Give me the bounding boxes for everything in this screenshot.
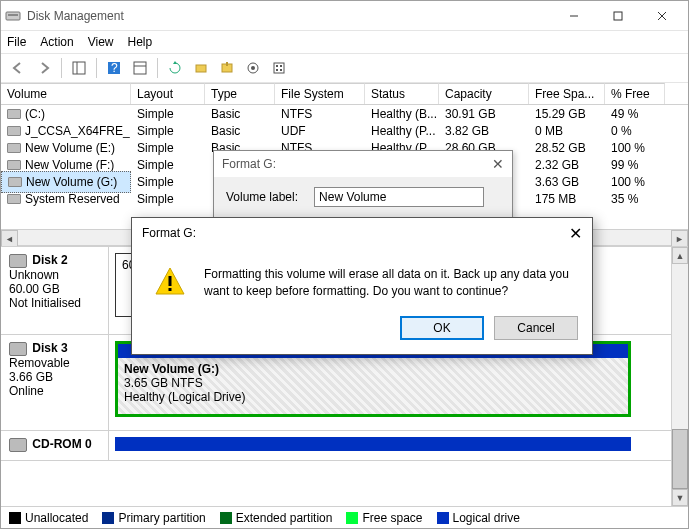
volume-row[interactable]: (C:) Simple Basic NTFS Healthy (B... 30.… [1,105,688,122]
col-filesystem[interactable]: File System [275,83,365,104]
disk-row[interactable]: CD-ROM 0 [1,431,688,461]
format-dialog: Format G: ✕ Volume label: [213,150,513,218]
menu-help[interactable]: Help [128,35,153,49]
back-button[interactable] [7,57,29,79]
svg-rect-21 [169,276,172,286]
cancel-button[interactable]: Cancel [494,316,578,340]
menu-action[interactable]: Action [40,35,73,49]
disk-name: CD-ROM 0 [32,437,91,451]
confirm-dialog: Format G: ✕ Formatting this volume will … [131,217,593,355]
legend-extended: Extended partition [220,511,333,525]
disk-canvas [109,431,688,460]
detach-vhd-button[interactable] [242,57,264,79]
swatch-icon [346,512,358,524]
disk-type: Unknown [9,268,59,282]
scroll-up-icon[interactable]: ▲ [672,247,688,264]
volume-row[interactable]: J_CCSA_X64FRE_E... Simple Basic UDF Heal… [1,122,688,139]
svg-rect-3 [614,12,622,20]
attach-vhd-button[interactable] [216,57,238,79]
drive-icon [7,143,21,153]
disk-area-vscroll[interactable]: ▲ ▼ [671,247,688,506]
ok-button[interactable]: OK [400,316,484,340]
close-icon[interactable]: ✕ [492,156,504,172]
swatch-icon [220,512,232,524]
volume-list-header: Volume Layout Type File System Status Ca… [1,83,688,105]
col-type[interactable]: Type [205,83,275,104]
disk-icon [9,342,27,356]
svg-rect-16 [274,63,284,73]
swatch-icon [437,512,449,524]
partition-logical[interactable]: New Volume (G:) 3.65 GB NTFS Healthy (Lo… [118,358,628,414]
volume-label-label: Volume label: [226,190,298,204]
scroll-down-icon[interactable]: ▼ [672,489,688,506]
refresh-button[interactable] [164,57,186,79]
col-percent-free[interactable]: % Free [605,83,665,104]
col-layout[interactable]: Layout [131,83,205,104]
disk-name: Disk 2 [32,253,67,267]
svg-rect-1 [8,14,18,16]
legend-primary: Primary partition [102,511,205,525]
close-button[interactable] [640,2,684,30]
show-hide-button[interactable] [68,57,90,79]
scroll-left-icon[interactable]: ◄ [1,230,18,247]
disk-size: 3.66 GB [9,370,53,384]
svg-text:?: ? [111,61,118,75]
col-capacity[interactable]: Capacity [439,83,529,104]
drive-icon [7,160,21,170]
warning-icon [154,266,186,298]
volume-label-input[interactable] [314,187,484,207]
disc-icon [7,126,21,136]
app-icon [5,8,21,24]
col-free[interactable]: Free Spa... [529,83,605,104]
dialog-titlebar: Format G: ✕ [132,218,592,248]
svg-rect-17 [276,65,278,67]
rescan-button[interactable] [190,57,212,79]
svg-point-15 [251,66,255,70]
svg-rect-6 [73,62,85,74]
dialog-titlebar: Format G: ✕ [214,151,512,177]
disk-size: 60.00 GB [9,282,60,296]
disk-status: Online [9,384,44,398]
drive-icon [7,194,21,204]
menu-view[interactable]: View [88,35,114,49]
legend-free: Free space [346,511,422,525]
maximize-button[interactable] [596,2,640,30]
titlebar: Disk Management [1,1,688,31]
forward-button[interactable] [33,57,55,79]
drive-icon [8,177,22,187]
disk-label: Disk 3 Removable 3.66 GB Online [1,335,109,430]
help-button[interactable]: ? [103,57,125,79]
col-volume[interactable]: Volume [1,83,131,104]
disk-name: Disk 3 [32,341,67,355]
disk-status: Not Initialised [9,296,81,310]
legend: Unallocated Primary partition Extended p… [1,506,688,528]
partition-info: 3.65 GB NTFS [124,376,203,390]
swatch-icon [9,512,21,524]
swatch-icon [102,512,114,524]
col-status[interactable]: Status [365,83,439,104]
partition-status: Healthy (Logical Drive) [124,390,245,404]
window-title: Disk Management [27,9,552,23]
dialog-title: Format G: [222,157,276,171]
menu-file[interactable]: File [7,35,26,49]
disc-icon [9,438,27,452]
dialog-title: Format G: [142,226,196,240]
menubar: File Action View Help [1,31,688,53]
partition-primary[interactable] [115,437,631,451]
svg-rect-18 [280,65,282,67]
settings-button[interactable] [268,57,290,79]
disk-type: Removable [9,356,70,370]
drive-icon [7,109,21,119]
close-icon[interactable]: ✕ [569,224,582,243]
svg-rect-10 [134,62,146,74]
svg-rect-12 [196,65,206,72]
scroll-right-icon[interactable]: ► [671,230,688,247]
properties-button[interactable] [129,57,151,79]
minimize-button[interactable] [552,2,596,30]
scroll-thumb[interactable] [672,429,688,489]
svg-rect-20 [280,69,282,71]
disk-icon [9,254,27,268]
disk-label: CD-ROM 0 [1,431,109,460]
svg-rect-22 [169,288,172,291]
disk-label: Disk 2 Unknown 60.00 GB Not Initialised [1,247,109,334]
